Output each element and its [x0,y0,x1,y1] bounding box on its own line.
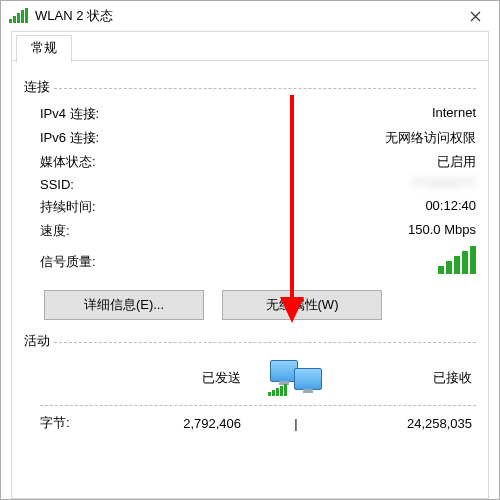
tab-general[interactable]: 常规 [16,35,72,63]
section-label-connection: 连接 [24,78,54,96]
divider [54,342,476,343]
row-ipv6: IPv6 连接: 无网络访问权限 [24,126,476,150]
sent-label: 已发送 [120,369,241,387]
media-value: 已启用 [437,153,476,171]
signal-value [436,246,476,277]
signal-bars-icon [436,246,476,274]
section-label-activity: 活动 [24,332,50,350]
main-panel: 常规 连接 IPv4 连接: Internet IPv6 连接: 无网络访问权限… [11,31,489,499]
content-area: 连接 IPv4 连接: Internet IPv6 连接: 无网络访问权限 媒体… [24,72,476,498]
duration-value: 00:12:40 [425,198,476,216]
row-duration: 持续时间: 00:12:40 [24,195,476,219]
tabstrip: 常规 [12,32,488,61]
row-ipv4: IPv4 连接: Internet [24,102,476,126]
recv-label: 已接收 [351,369,476,387]
signal-label: 信号质量: [40,253,96,271]
ipv6-label: IPv6 连接: [40,129,99,147]
media-label: 媒体状态: [40,153,96,171]
ipv4-label: IPv4 连接: [40,105,99,123]
bytes-label: 字节: [40,414,120,432]
duration-label: 持续时间: [40,198,96,216]
ssid-label: SSID: [40,177,74,192]
speed-label: 速度: [40,222,70,240]
wlan-status-window: WLAN 2 状态 常规 连接 IPv4 连接: Internet IPv6 连… [0,0,500,500]
wireless-properties-button[interactable]: 无线属性(W) [222,290,382,320]
divider [40,405,476,406]
speed-value: 150.0 Mbps [408,222,476,240]
row-ssid: SSID: ········ [24,174,476,195]
section-head-connection: 连接 [24,78,476,96]
window-title: WLAN 2 状态 [35,7,113,25]
titlebar: WLAN 2 状态 [1,1,499,31]
button-row: 详细信息(E)... 无线属性(W) [44,290,476,320]
ssid-value: ········ [411,177,476,192]
ipv6-value: 无网络访问权限 [385,129,476,147]
activity-header-row: 已发送 已接收 [24,358,476,397]
close-icon [470,11,481,22]
close-button[interactable] [455,1,495,31]
ipv4-value: Internet [432,105,476,123]
bytes-sent-value: 2,792,406 [120,416,241,431]
section-head-activity: 活动 [24,332,476,350]
row-signal: 信号质量: [24,243,476,280]
row-speed: 速度: 150.0 Mbps [24,219,476,243]
divider [54,88,476,89]
details-button[interactable]: 详细信息(E)... [44,290,204,320]
wifi-icon [9,9,29,23]
network-icon [241,358,351,397]
mini-signal-icon [268,384,288,396]
activity-bytes-row: 字节: 2,792,406 | 24,258,035 [24,414,476,432]
row-media: 媒体状态: 已启用 [24,150,476,174]
bytes-recv-value: 24,258,035 [351,416,476,431]
